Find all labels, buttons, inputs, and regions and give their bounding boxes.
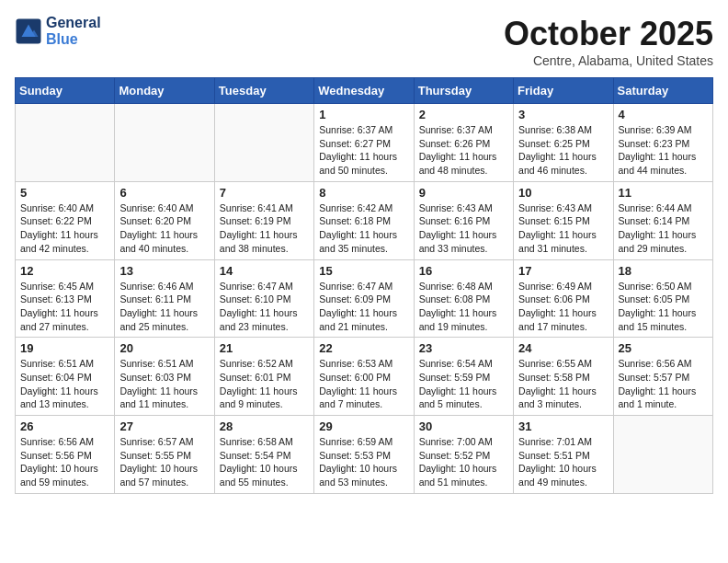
location: Centre, Alabama, United States: [504, 53, 713, 68]
day-detail: Sunrise: 6:37 AM Sunset: 6:26 PM Dayligh…: [419, 123, 508, 178]
day-detail: Sunrise: 6:55 AM Sunset: 5:58 PM Dayligh…: [518, 357, 608, 411]
logo-icon: [15, 17, 42, 45]
day-cell: 30Sunrise: 7:00 AM Sunset: 5:52 PM Dayli…: [414, 416, 513, 494]
day-cell: [16, 104, 115, 182]
day-detail: Sunrise: 6:47 AM Sunset: 6:09 PM Dayligh…: [319, 280, 408, 334]
logo: General Blue: [15, 15, 101, 48]
calendar-table: SundayMondayTuesdayWednesdayThursdayFrid…: [15, 77, 713, 494]
day-number: 7: [220, 186, 309, 200]
month-title: October 2025: [504, 15, 713, 53]
day-number: 21: [220, 341, 309, 355]
day-number: 5: [20, 186, 109, 200]
day-detail: Sunrise: 6:49 AM Sunset: 6:06 PM Dayligh…: [518, 280, 608, 334]
week-row-3: 12Sunrise: 6:45 AM Sunset: 6:13 PM Dayli…: [16, 259, 713, 338]
day-number: 6: [119, 186, 209, 200]
day-number: 29: [319, 419, 408, 433]
day-number: 14: [220, 264, 309, 278]
day-detail: Sunrise: 7:01 AM Sunset: 5:51 PM Dayligh…: [518, 435, 608, 489]
header-saturday: Saturday: [613, 78, 712, 104]
day-cell: 8Sunrise: 6:42 AM Sunset: 6:18 PM Daylig…: [314, 181, 414, 259]
header-thursday: Thursday: [414, 78, 513, 104]
day-cell: 10Sunrise: 6:43 AM Sunset: 6:15 PM Dayli…: [514, 181, 613, 259]
day-detail: Sunrise: 6:53 AM Sunset: 6:00 PM Dayligh…: [319, 357, 408, 411]
header-wednesday: Wednesday: [314, 78, 414, 104]
day-cell: 31Sunrise: 7:01 AM Sunset: 5:51 PM Dayli…: [514, 416, 613, 494]
header-tuesday: Tuesday: [214, 78, 313, 104]
day-cell: 14Sunrise: 6:47 AM Sunset: 6:10 PM Dayli…: [214, 259, 313, 338]
day-cell: 16Sunrise: 6:48 AM Sunset: 6:08 PM Dayli…: [414, 259, 513, 338]
day-cell: 1Sunrise: 6:37 AM Sunset: 6:27 PM Daylig…: [314, 104, 414, 182]
day-cell: 28Sunrise: 6:58 AM Sunset: 5:54 PM Dayli…: [214, 416, 313, 494]
day-number: 3: [518, 108, 608, 121]
day-cell: 7Sunrise: 6:41 AM Sunset: 6:19 PM Daylig…: [214, 181, 313, 259]
day-cell: 3Sunrise: 6:38 AM Sunset: 6:25 PM Daylig…: [514, 104, 613, 182]
day-cell: 23Sunrise: 6:54 AM Sunset: 5:59 PM Dayli…: [414, 338, 513, 416]
day-number: 16: [419, 264, 508, 278]
day-number: 8: [319, 186, 408, 200]
day-detail: Sunrise: 6:48 AM Sunset: 6:08 PM Dayligh…: [419, 280, 508, 334]
day-number: 1: [319, 108, 408, 121]
day-cell: 12Sunrise: 6:45 AM Sunset: 6:13 PM Dayli…: [16, 259, 115, 338]
day-detail: Sunrise: 6:40 AM Sunset: 6:20 PM Dayligh…: [119, 201, 209, 256]
day-cell: [214, 104, 313, 182]
day-detail: Sunrise: 6:59 AM Sunset: 5:53 PM Dayligh…: [319, 435, 408, 489]
day-detail: Sunrise: 6:39 AM Sunset: 6:23 PM Dayligh…: [619, 123, 708, 178]
day-detail: Sunrise: 6:44 AM Sunset: 6:14 PM Dayligh…: [619, 201, 708, 256]
day-number: 26: [20, 419, 109, 433]
week-row-4: 19Sunrise: 6:51 AM Sunset: 6:04 PM Dayli…: [16, 338, 713, 416]
day-detail: Sunrise: 6:41 AM Sunset: 6:19 PM Dayligh…: [220, 201, 309, 256]
day-detail: Sunrise: 6:58 AM Sunset: 5:54 PM Dayligh…: [220, 435, 309, 489]
day-detail: Sunrise: 6:37 AM Sunset: 6:27 PM Dayligh…: [319, 123, 408, 178]
week-row-1: 1Sunrise: 6:37 AM Sunset: 6:27 PM Daylig…: [16, 104, 713, 182]
header-row: SundayMondayTuesdayWednesdayThursdayFrid…: [16, 78, 713, 104]
day-number: 2: [419, 108, 508, 121]
day-cell: 6Sunrise: 6:40 AM Sunset: 6:20 PM Daylig…: [115, 181, 214, 259]
day-detail: Sunrise: 6:40 AM Sunset: 6:22 PM Dayligh…: [20, 201, 109, 256]
day-cell: 2Sunrise: 6:37 AM Sunset: 6:26 PM Daylig…: [414, 104, 513, 182]
day-number: 19: [20, 341, 109, 355]
calendar-header: SundayMondayTuesdayWednesdayThursdayFrid…: [16, 78, 713, 104]
day-cell: 24Sunrise: 6:55 AM Sunset: 5:58 PM Dayli…: [514, 338, 613, 416]
day-cell: 29Sunrise: 6:59 AM Sunset: 5:53 PM Dayli…: [314, 416, 414, 494]
week-row-5: 26Sunrise: 6:56 AM Sunset: 5:56 PM Dayli…: [16, 416, 713, 494]
day-cell: 19Sunrise: 6:51 AM Sunset: 6:04 PM Dayli…: [16, 338, 115, 416]
day-number: 24: [518, 341, 608, 355]
day-cell: 9Sunrise: 6:43 AM Sunset: 6:16 PM Daylig…: [414, 181, 513, 259]
day-detail: Sunrise: 7:00 AM Sunset: 5:52 PM Dayligh…: [419, 435, 508, 489]
day-number: 17: [518, 264, 608, 278]
day-detail: Sunrise: 6:54 AM Sunset: 5:59 PM Dayligh…: [419, 357, 508, 411]
day-number: 25: [619, 341, 708, 355]
day-cell: 13Sunrise: 6:46 AM Sunset: 6:11 PM Dayli…: [115, 259, 214, 338]
header-sunday: Sunday: [16, 78, 115, 104]
day-cell: 25Sunrise: 6:56 AM Sunset: 5:57 PM Dayli…: [613, 338, 712, 416]
day-number: 12: [20, 264, 109, 278]
day-number: 4: [619, 108, 708, 121]
day-detail: Sunrise: 6:52 AM Sunset: 6:01 PM Dayligh…: [220, 357, 309, 411]
day-detail: Sunrise: 6:43 AM Sunset: 6:16 PM Dayligh…: [419, 201, 508, 256]
day-number: 31: [518, 419, 608, 433]
day-number: 20: [119, 341, 209, 355]
day-cell: 4Sunrise: 6:39 AM Sunset: 6:23 PM Daylig…: [613, 104, 712, 182]
day-cell: 26Sunrise: 6:56 AM Sunset: 5:56 PM Dayli…: [16, 416, 115, 494]
day-cell: 11Sunrise: 6:44 AM Sunset: 6:14 PM Dayli…: [613, 181, 712, 259]
page-header: General Blue October 2025 Centre, Alabam…: [15, 15, 713, 68]
day-number: 22: [319, 341, 408, 355]
day-detail: Sunrise: 6:47 AM Sunset: 6:10 PM Dayligh…: [220, 280, 309, 334]
day-number: 11: [619, 186, 708, 200]
day-cell: 22Sunrise: 6:53 AM Sunset: 6:00 PM Dayli…: [314, 338, 414, 416]
header-friday: Friday: [514, 78, 613, 104]
day-detail: Sunrise: 6:45 AM Sunset: 6:13 PM Dayligh…: [20, 280, 109, 334]
day-cell: 5Sunrise: 6:40 AM Sunset: 6:22 PM Daylig…: [16, 181, 115, 259]
day-cell: 15Sunrise: 6:47 AM Sunset: 6:09 PM Dayli…: [314, 259, 414, 338]
day-number: 10: [518, 186, 608, 200]
day-cell: 21Sunrise: 6:52 AM Sunset: 6:01 PM Dayli…: [214, 338, 313, 416]
header-monday: Monday: [115, 78, 214, 104]
day-detail: Sunrise: 6:56 AM Sunset: 5:57 PM Dayligh…: [619, 357, 708, 411]
week-row-2: 5Sunrise: 6:40 AM Sunset: 6:22 PM Daylig…: [16, 181, 713, 259]
day-detail: Sunrise: 6:42 AM Sunset: 6:18 PM Dayligh…: [319, 201, 408, 256]
day-number: 9: [419, 186, 508, 200]
day-number: 28: [220, 419, 309, 433]
calendar-body: 1Sunrise: 6:37 AM Sunset: 6:27 PM Daylig…: [16, 104, 713, 494]
day-detail: Sunrise: 6:38 AM Sunset: 6:25 PM Dayligh…: [518, 123, 608, 178]
logo-text-line2: Blue: [46, 31, 101, 48]
